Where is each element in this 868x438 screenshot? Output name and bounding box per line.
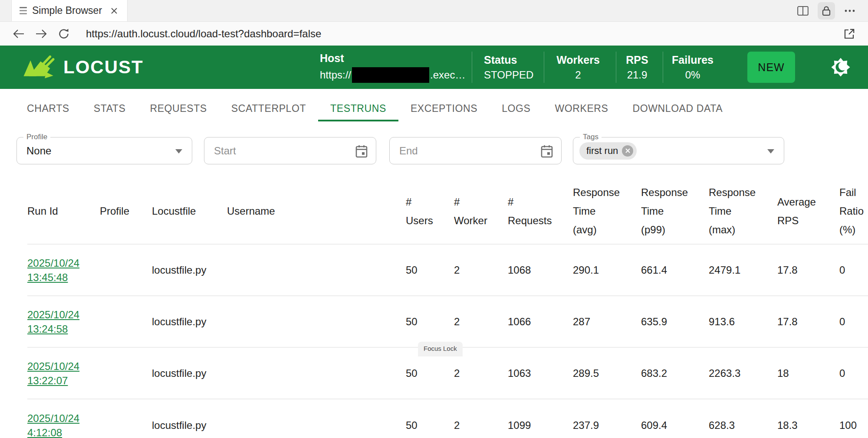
column-header-username[interactable]: Username bbox=[227, 178, 406, 244]
cell-fail-ratio: 100 bbox=[839, 419, 868, 431]
cell-users: 50 bbox=[406, 264, 454, 276]
split-editor-icon[interactable] bbox=[794, 2, 812, 20]
cell-response-avg: 237.9 bbox=[573, 419, 641, 431]
cell-locustfile: locustfile.py bbox=[152, 316, 227, 328]
cell-response-max: 2263.3 bbox=[709, 367, 777, 379]
cell-response-p99: 609.4 bbox=[641, 419, 709, 431]
cell-workers: 2 bbox=[454, 419, 508, 431]
cell-locustfile: locustfile.py bbox=[152, 264, 227, 276]
tab-testruns[interactable]: TESTRUNS bbox=[318, 98, 398, 121]
rps-label: RPS bbox=[615, 54, 659, 66]
column-header-fail-ratio[interactable]: FailRatio(%) bbox=[839, 178, 868, 244]
workers-value: 2 bbox=[552, 69, 604, 81]
cell-average-rps: 18 bbox=[777, 367, 839, 379]
end-date-field[interactable] bbox=[389, 137, 562, 164]
host-redaction bbox=[352, 67, 429, 83]
cell-response-avg: 290.1 bbox=[573, 264, 641, 276]
stat-host: Host https:// .exec… bbox=[320, 46, 465, 89]
cell-users: 50 bbox=[406, 419, 454, 431]
header-divider bbox=[663, 52, 663, 83]
column-header-response-avg[interactable]: ResponseTime(avg) bbox=[573, 178, 641, 244]
tab-workers[interactable]: WORKERS bbox=[542, 98, 620, 121]
remove-tag-icon[interactable] bbox=[622, 145, 633, 157]
run-id-link[interactable]: 2025/10/2413:45:48 bbox=[27, 256, 79, 284]
status-label: Status bbox=[484, 54, 533, 66]
calendar-icon[interactable] bbox=[355, 144, 368, 158]
calendar-icon[interactable] bbox=[540, 144, 553, 158]
column-header-worker[interactable]: #Worker bbox=[454, 178, 508, 244]
cell-users: 50 bbox=[406, 316, 454, 328]
start-date-field[interactable] bbox=[204, 137, 376, 164]
forward-icon[interactable] bbox=[35, 28, 48, 39]
run-id-link[interactable]: 2025/10/244:12:08 bbox=[27, 411, 79, 438]
column-header-average-rps[interactable]: AverageRPS bbox=[777, 178, 839, 244]
reload-icon[interactable] bbox=[57, 27, 70, 40]
cell-response-avg: 289.5 bbox=[573, 367, 641, 379]
close-icon[interactable] bbox=[110, 7, 118, 15]
stat-workers: Workers 2 bbox=[552, 46, 604, 89]
cell-response-max: 628.3 bbox=[709, 419, 777, 431]
cell-response-max: 913.6 bbox=[709, 316, 777, 328]
cell-requests: 1066 bbox=[508, 316, 573, 328]
url-text[interactable]: https://auth.locust.cloud/load-test?dash… bbox=[86, 28, 833, 40]
column-header-locustfile[interactable]: Locustfile bbox=[152, 178, 227, 244]
cell-average-rps: 18.3 bbox=[777, 419, 839, 431]
app-header: LOCUST Host https:// .exec… Status STOPP… bbox=[0, 46, 868, 89]
run-id-link[interactable]: 2025/10/2413:24:58 bbox=[27, 307, 79, 336]
more-actions-icon[interactable] bbox=[841, 2, 858, 20]
column-header-profile[interactable]: Profile bbox=[100, 178, 152, 244]
table-header-row: Run Id Profile Locustfile Username #User… bbox=[27, 178, 868, 245]
column-header-run-id[interactable]: Run Id bbox=[27, 178, 100, 244]
column-header-requests[interactable]: #Requests bbox=[508, 178, 573, 244]
back-icon[interactable] bbox=[12, 28, 25, 39]
filter-row: Profile None Tags first run bbox=[0, 137, 868, 164]
cell-response-max: 2479.1 bbox=[709, 264, 777, 276]
column-header-users[interactable]: #Users bbox=[406, 178, 454, 244]
tab-download-data[interactable]: DOWNLOAD DATA bbox=[621, 98, 735, 121]
browser-tab-simple-browser[interactable]: Simple Browser bbox=[11, 0, 128, 21]
header-divider bbox=[544, 52, 544, 83]
tab-requests[interactable]: REQUESTS bbox=[138, 98, 219, 121]
tab-charts[interactable]: CHARTS bbox=[15, 98, 82, 121]
cell-response-p99: 683.2 bbox=[641, 367, 709, 379]
table-row: 2025/10/244:12:08 locustfile.py 50 2 109… bbox=[27, 399, 868, 438]
host-value: https:// .exec… bbox=[320, 67, 465, 83]
profile-select[interactable]: Profile None bbox=[16, 137, 192, 164]
brand-name: LOCUST bbox=[63, 57, 144, 78]
dark-mode-toggle-icon[interactable] bbox=[827, 57, 855, 78]
column-header-response-p99[interactable]: ResponseTime(p99) bbox=[641, 178, 709, 244]
failures-label: Failures bbox=[670, 54, 716, 66]
status-value: STOPPED bbox=[484, 69, 533, 81]
lock-icon[interactable] bbox=[818, 2, 835, 20]
stat-failures: Failures 0% bbox=[670, 46, 716, 89]
focus-lock-tooltip: Focus Lock bbox=[418, 342, 463, 356]
stat-status: Status STOPPED bbox=[484, 46, 533, 89]
tags-select[interactable]: Tags first run bbox=[573, 137, 784, 164]
locust-brand: LOCUST bbox=[23, 46, 144, 89]
tab-stats[interactable]: STATS bbox=[82, 98, 138, 121]
cell-locustfile: locustfile.py bbox=[152, 419, 227, 431]
tag-chip-label: first run bbox=[586, 145, 618, 157]
cell-fail-ratio: 0 bbox=[839, 316, 868, 328]
tab-exceptions[interactable]: EXCEPTIONS bbox=[398, 98, 490, 121]
open-external-icon[interactable] bbox=[843, 27, 856, 40]
cell-response-p99: 661.4 bbox=[641, 264, 709, 276]
table-row: 2025/10/2413:24:58 locustfile.py 50 2 10… bbox=[27, 296, 868, 348]
column-header-response-max[interactable]: ResponseTime(max) bbox=[709, 178, 777, 244]
tags-select-label: Tags bbox=[580, 133, 602, 141]
cell-requests: 1099 bbox=[508, 419, 573, 431]
end-date-input[interactable] bbox=[399, 145, 561, 157]
tab-logs[interactable]: LOGS bbox=[490, 98, 542, 121]
stat-rps: RPS 21.9 bbox=[615, 46, 659, 89]
profile-select-value: None bbox=[26, 145, 51, 157]
new-test-button[interactable]: NEW bbox=[747, 52, 795, 83]
tag-chip[interactable]: first run bbox=[579, 142, 637, 160]
tab-scatterplot[interactable]: SCATTERPLOT bbox=[219, 98, 318, 121]
profile-select-label: Profile bbox=[23, 133, 50, 141]
page-content: CHARTS STATS REQUESTS SCATTERPLOT TESTRU… bbox=[0, 98, 868, 438]
run-id-link[interactable]: 2025/10/2413:22:07 bbox=[27, 359, 79, 388]
cell-workers: 2 bbox=[454, 367, 508, 379]
cell-requests: 1063 bbox=[508, 367, 573, 379]
start-date-input[interactable] bbox=[214, 145, 376, 157]
cell-average-rps: 17.8 bbox=[777, 316, 839, 328]
